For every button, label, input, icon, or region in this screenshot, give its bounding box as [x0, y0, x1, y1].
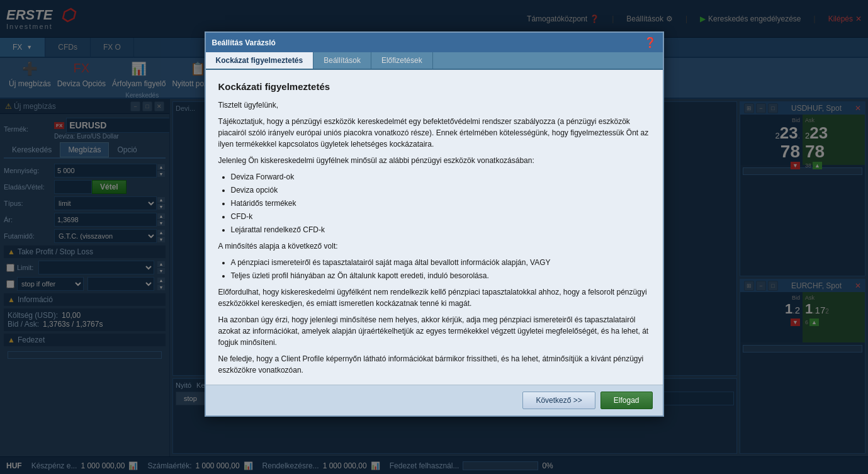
modal-close-btn[interactable]: ❓: [644, 37, 657, 48]
modal-list2: A pénzpiaci ismereteiről és tapasztalata…: [231, 257, 650, 281]
modal-para5: Előfordulhat, hogy kiskereskedelmi ügyfé…: [218, 286, 650, 309]
modal-overlay: Beállítás Varázsló ❓ Kockázat figyelmezt…: [0, 0, 868, 474]
list2-item-2: Teljes üzleti profil hiányában az Ön ált…: [231, 270, 650, 281]
list2-item-1: A pénzpiaci ismereteiről és tapasztalata…: [231, 257, 650, 268]
modal-para4: A minősítés alapja a következő volt:: [218, 240, 650, 252]
modal-list1: Deviza Forward-ok Deviza opciók Határidő…: [231, 171, 650, 235]
modal-title-bar: Beállítás Varázsló ❓: [206, 33, 663, 52]
modal-heading: Kockázati figyelmeztetés: [218, 80, 650, 94]
settings-modal: Beállítás Varázsló ❓ Kockázat figyelmezt…: [205, 31, 664, 417]
modal-tabs: Kockázat figyelmeztetés Beállítások Előf…: [206, 52, 663, 70]
modal-tab-risk[interactable]: Kockázat figyelmeztetés: [206, 52, 314, 69]
list-item-5: Lejárattal rendelkező CFD-k: [231, 224, 650, 235]
modal-para1: Tisztelt ügyfelünk,: [218, 99, 650, 111]
list-item-3: Határidős termékek: [231, 198, 650, 209]
accept-button[interactable]: Elfogad: [600, 392, 653, 409]
modal-tab-settings[interactable]: Beállítások: [313, 52, 371, 69]
list-item-1: Deviza Forward-ok: [231, 171, 650, 183]
modal-content: Kockázati figyelmeztetés Tisztelt ügyfel…: [206, 70, 663, 385]
modal-tab-subscriptions[interactable]: Előfizetések: [371, 52, 433, 69]
modal-para3: Jelenleg Ön kiskereskedelmi ügyfélnek mi…: [218, 155, 650, 166]
modal-footer: Következő >> Elfogad: [206, 385, 663, 415]
modal-para6: Ha azonban úgy érzi, hogy jelenlegi minő…: [218, 314, 650, 348]
list-item-2: Deviza opciók: [231, 184, 650, 196]
next-button[interactable]: Következő >>: [522, 392, 595, 409]
modal-para2: Tájékoztatjuk, hogy a pénzügyi eszközök …: [218, 116, 650, 150]
modal-title: Beállítás Varázsló: [212, 38, 276, 47]
modal-para7: Ne feledje, hogy a Client Profile képern…: [218, 353, 650, 376]
list-item-4: CFD-k: [231, 211, 650, 222]
